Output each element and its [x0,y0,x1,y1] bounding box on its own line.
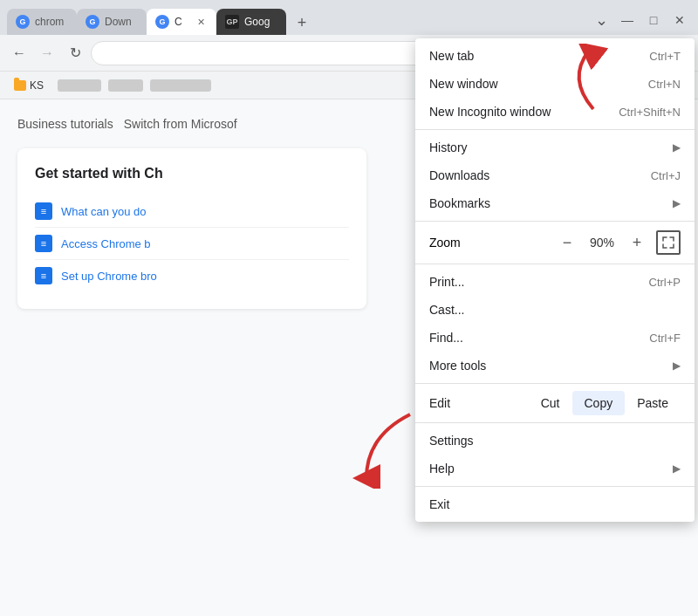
menu-item-history[interactable]: History ▶ [415,133,695,161]
menu-item-help[interactable]: Help ▶ [415,455,695,483]
close-button[interactable]: ✕ [668,9,691,31]
ntp-list-item-3[interactable]: ≡ Set up Chrome bro [35,260,349,291]
profile-menu-button[interactable]: ⌄ [590,9,612,31]
tab-1-favicon: G [16,15,30,29]
tab-4-favicon: GP [225,15,239,29]
chrome-dropdown-menu: New tab Ctrl+T New window Ctrl+N New Inc… [415,38,695,522]
ntp-card: Get started with Ch ≡ What can you do ≡ … [17,148,366,309]
zoom-plus-button[interactable]: + [625,230,649,255]
browser-window: G chrom G Down G C ✕ GP Goog + ⌄ — □ ✕ [0,0,698,616]
zoom-minus-button[interactable]: − [555,230,579,255]
tab-1-label: chrom [35,16,68,28]
window-controls: ⌄ — □ ✕ [590,9,691,35]
zoom-value: 90% [586,236,618,250]
menu-zoom-row: Zoom − 90% + [415,225,695,260]
bm-folder-ks[interactable]: KS [7,76,51,95]
bm-folder-icon [14,80,26,91]
ntp-list-icon-2: ≡ [35,235,52,252]
tab-4[interactable]: GP Goog [216,9,286,35]
tab-1[interactable]: G chrom [7,9,77,35]
back-button[interactable]: ← [7,41,31,65]
menu-divider-6 [415,486,695,487]
bm-placeholder-1 [58,79,101,92]
menu-item-cast[interactable]: Cast... [415,296,695,324]
menu-item-incognito[interactable]: New Incognito window Ctrl+Shift+N [415,98,695,126]
ntp-item-3-label: Set up Chrome bro [61,270,157,283]
tab-3-favicon: G [155,15,169,29]
maximize-button[interactable]: □ [642,9,665,31]
tab-bar: G chrom G Down G C ✕ GP Goog + ⌄ — □ ✕ [0,0,698,35]
tab-2[interactable]: G Down [77,9,147,35]
forward-button[interactable]: → [35,41,59,65]
tab-2-favicon: G [86,15,99,29]
tab-3-close[interactable]: ✕ [194,15,208,29]
ntp-list-icon-3: ≡ [35,267,52,284]
menu-item-downloads[interactable]: Downloads Ctrl+J [415,161,695,189]
zoom-label: Zoom [429,236,548,250]
bm-folder-label: KS [30,79,44,92]
ntp-list-item-1[interactable]: ≡ What can you do [35,195,349,228]
menu-item-bookmarks[interactable]: Bookmarks ▶ [415,189,695,217]
copy-button[interactable]: Copy [572,391,626,415]
bm-placeholder-3 [150,79,211,92]
reload-button[interactable]: ↻ [63,41,87,65]
menu-divider-2 [415,221,695,222]
ntp-tutorials-link[interactable]: Business tutorials [17,117,113,131]
tab-2-label: Down [105,16,138,28]
address-bar[interactable] [91,41,450,65]
edit-label: Edit [429,396,529,410]
ntp-item-1-label: What can you do [61,205,147,218]
tab-3[interactable]: G C ✕ [147,9,216,35]
menu-item-find[interactable]: Find... Ctrl+F [415,324,695,352]
ntp-switch-link[interactable]: Switch from Microsof [124,117,237,131]
menu-item-new-tab[interactable]: New tab Ctrl+T [415,42,695,70]
menu-divider-4 [415,383,695,384]
menu-divider-1 [415,129,695,130]
ntp-item-2-label: Access Chrome b [61,237,151,250]
new-tab-button[interactable]: + [290,10,314,35]
edit-row: Edit Cut Copy Paste [415,387,695,419]
menu-item-new-window[interactable]: New window Ctrl+N [415,70,695,98]
menu-item-settings[interactable]: Settings [415,427,695,455]
menu-item-print[interactable]: Print... Ctrl+P [415,268,695,296]
minimize-button[interactable]: — [616,9,639,31]
ntp-card-title: Get started with Ch [35,166,349,181]
paste-button[interactable]: Paste [625,391,681,415]
ntp-list-item-2[interactable]: ≡ Access Chrome b [35,228,349,260]
ntp-list-icon-1: ≡ [35,202,52,220]
cut-button[interactable]: Cut [529,391,572,415]
tab-4-label: Goog [244,16,277,28]
menu-item-exit[interactable]: Exit [415,490,695,518]
menu-item-more-tools[interactable]: More tools ▶ [415,352,695,380]
menu-divider-5 [415,422,695,423]
bm-placeholder-2 [108,79,143,92]
menu-divider-3 [415,264,695,264]
fullscreen-button[interactable] [656,230,681,255]
tab-3-label: C [174,16,188,28]
